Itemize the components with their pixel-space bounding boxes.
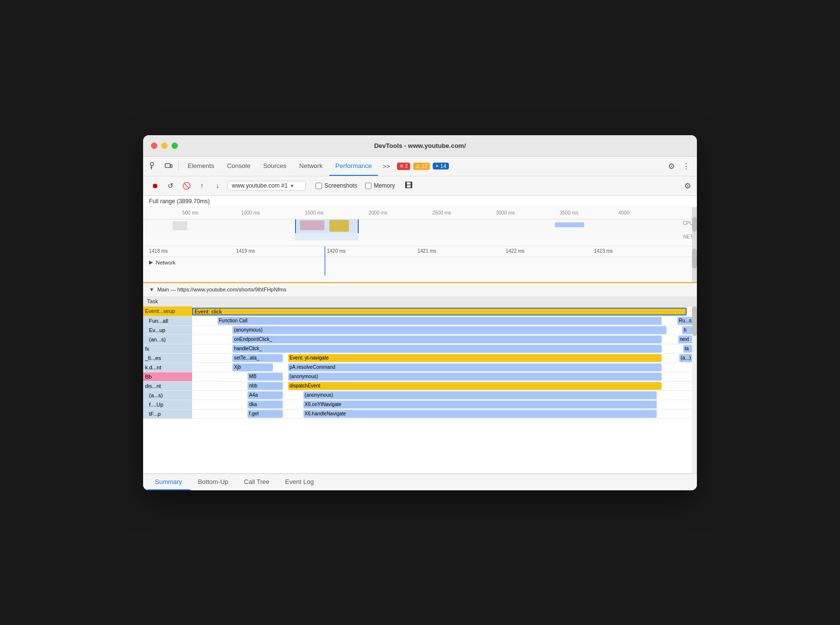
- flame-scrollbar[interactable]: [692, 307, 697, 473]
- flame-row-0: Event...seup Event: click: [143, 307, 697, 316]
- overview-scrollbar[interactable]: [692, 207, 697, 246]
- cursor-line: [324, 246, 325, 276]
- devtools-window: DevTools - www.youtube.com/ Elements Con…: [143, 135, 697, 490]
- cpu-label: CPU: [683, 220, 693, 226]
- inspect-element-icon[interactable]: [147, 159, 161, 173]
- flame-label-10: f....Up: [143, 400, 192, 409]
- tab-performance[interactable]: Performance: [329, 156, 377, 176]
- anonymous-1-block[interactable]: (anonymous): [232, 326, 667, 334]
- mb-block[interactable]: MB: [247, 373, 283, 381]
- flame-label-9: (a...s): [143, 391, 192, 400]
- dispatch-event-block[interactable]: dispatchEvent: [288, 382, 662, 390]
- resolve-command-block[interactable]: pA.resolveCommand: [288, 363, 662, 371]
- tab-elements[interactable]: Elements: [182, 156, 220, 176]
- detail-tick-1421: 1421 ms: [418, 248, 436, 254]
- error-badge: ✕2: [397, 163, 410, 170]
- network-expand-icon[interactable]: ▶: [149, 259, 153, 265]
- bottom-tabs-bar: Summary Bottom-Up Call Tree Event Log: [143, 473, 697, 490]
- warn-badge: ⚠12: [413, 163, 430, 170]
- flame-label-0: Event...seup: [143, 307, 192, 316]
- flame-label-3: (an...s): [143, 335, 192, 344]
- main-section-row[interactable]: ▼ Main — https://www.youtube.com/shorts/…: [143, 283, 697, 297]
- main-expand-icon[interactable]: ▼: [149, 287, 154, 292]
- overview-timeline[interactable]: 500 ms 1000 ms 1500 ms 2000 ms 2500 ms 3…: [143, 207, 697, 246]
- reload-record-button[interactable]: ↺: [165, 180, 176, 192]
- screenshots-checkbox[interactable]: Screenshots: [316, 182, 357, 189]
- full-range-label: Full range (3899.70ms): [143, 196, 697, 207]
- tab-call-tree[interactable]: Call Tree: [236, 474, 277, 490]
- settempdata-block[interactable]: setTe...ata_: [232, 354, 283, 362]
- tick-2500: 2500 ms: [432, 210, 451, 216]
- flame-label-7: Bb: [143, 372, 192, 381]
- tab-sources[interactable]: Sources: [257, 156, 293, 176]
- anonymous-3-block[interactable]: (anonymous): [303, 391, 657, 399]
- clear-button[interactable]: 🚫: [180, 180, 192, 192]
- flame-chart[interactable]: Event...seup Event: click Fun...all Func…: [143, 307, 697, 473]
- nbb-block[interactable]: nbb: [247, 382, 283, 390]
- window-title: DevTools - www.youtube.com/: [374, 142, 466, 149]
- tick-3500: 3500 ms: [560, 210, 578, 216]
- tab-bottom-up[interactable]: Bottom-Up: [190, 474, 236, 490]
- detail-timeline[interactable]: 1418 ms 1419 ms 1420 ms 1421 ms 1422 ms …: [143, 246, 697, 283]
- handleclick-block[interactable]: handleClick_: [232, 345, 662, 353]
- more-tabs-button[interactable]: >>: [379, 163, 394, 170]
- maximize-button[interactable]: [172, 143, 178, 149]
- close-button[interactable]: [151, 143, 157, 149]
- detail-tick-1418: 1418 ms: [149, 248, 168, 254]
- xjb-block[interactable]: Xjb: [232, 363, 272, 371]
- performance-settings-icon[interactable]: ⚙: [684, 181, 691, 191]
- fget-block[interactable]: f.get: [247, 410, 283, 418]
- tick-2000: 2000 ms: [369, 210, 387, 216]
- flame-label-11: tF...p: [143, 409, 192, 418]
- tick-1500: 1500 ms: [305, 210, 323, 216]
- flame-label-5: _fi...es: [143, 354, 192, 362]
- memory-checkbox[interactable]: Memory: [365, 182, 395, 189]
- onendpointclick-block[interactable]: onEndpointClick_: [232, 336, 662, 343]
- yt-navigate-block[interactable]: Event: yt-navigate: [288, 354, 662, 362]
- detail-scrollbar-thumb[interactable]: [692, 249, 697, 268]
- tab-event-log[interactable]: Event Log: [277, 474, 322, 490]
- dka-block[interactable]: dka: [247, 401, 283, 409]
- flame-label-8: dis...nt: [143, 382, 192, 390]
- record-button[interactable]: ⏺: [149, 180, 161, 192]
- onytnavigate-block[interactable]: X6.onYtNavigate: [303, 401, 657, 409]
- devtools-more-icon[interactable]: ⋮: [679, 159, 693, 173]
- svg-rect-4: [171, 165, 172, 168]
- anonymous-2-block[interactable]: (anonymous): [288, 373, 662, 381]
- tab-network[interactable]: Network: [294, 156, 329, 176]
- a4a-block[interactable]: A4a: [247, 391, 283, 399]
- net-selection: [295, 233, 359, 240]
- nav-separator: [178, 161, 179, 171]
- options-group: Screenshots Memory 🎞: [316, 180, 415, 192]
- flame-scrollbar-thumb[interactable]: [692, 307, 697, 336]
- detail-ruler: 1418 ms 1419 ms 1420 ms 1421 ms 1422 ms …: [143, 246, 697, 257]
- info-badge: ✕14: [433, 163, 448, 169]
- detail-scrollbar[interactable]: [692, 246, 697, 282]
- net-overview: NET: [143, 233, 697, 240]
- function-call-block[interactable]: Function Call: [218, 317, 662, 325]
- tab-summary[interactable]: Summary: [147, 474, 190, 490]
- main-label: Main — https://www.youtube.com/shorts/9l…: [157, 287, 286, 292]
- minimize-button[interactable]: [161, 143, 168, 149]
- flame-content-0: Event: click: [192, 307, 697, 316]
- svg-rect-3: [165, 164, 170, 168]
- flame-row-1: Fun...all Function Call Ru...s: [143, 316, 697, 326]
- net-label: NET: [683, 234, 693, 240]
- network-section-row[interactable]: ▶ Network: [143, 257, 697, 268]
- tab-console[interactable]: Console: [221, 156, 256, 176]
- target-selector[interactable]: www.youtube.com #1 ▼: [227, 181, 306, 191]
- handlenavigate-block[interactable]: X6.handleNavigate: [303, 410, 657, 418]
- filmstrip-icon[interactable]: 🎞: [403, 180, 415, 192]
- event-click-block[interactable]: Event: click: [192, 308, 687, 315]
- flame-row-6: k.d...nt Xjb pA.resolveCommand: [143, 363, 697, 372]
- download-button[interactable]: ↓: [212, 180, 223, 192]
- devtools-settings-icon[interactable]: ⚙: [665, 159, 678, 173]
- flame-row-11: tF...p f.get X6.handleNavigate: [143, 409, 697, 419]
- task-label: Task: [147, 298, 158, 304]
- device-toggle-icon[interactable]: [162, 159, 175, 173]
- cpu-bar-4: [555, 222, 584, 227]
- detail-tick-1422: 1422 ms: [506, 248, 524, 254]
- flame-row-3: (an...s) onEndpointClick_ next: [143, 335, 697, 344]
- upload-button[interactable]: ↑: [196, 180, 208, 192]
- scrollbar-thumb[interactable]: [692, 217, 697, 232]
